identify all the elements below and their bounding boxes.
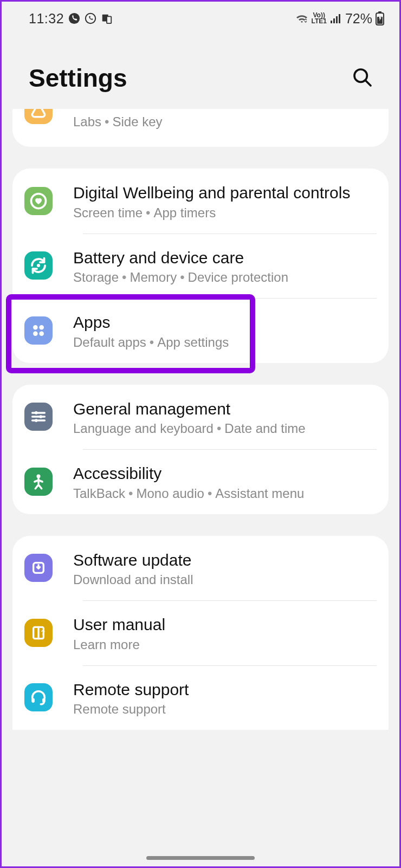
settings-item-subtitle: Screen time•App timers: [73, 205, 377, 221]
settings-item-digital-wellbeing[interactable]: Digital Wellbeing and parental controlsS…: [12, 169, 389, 234]
search-button[interactable]: [350, 64, 376, 92]
settings-item-text: Remote supportRemote support: [73, 678, 377, 717]
settings-item-subtitle: Language and keyboard•Date and time: [73, 421, 377, 436]
battery-icon: [376, 11, 384, 25]
svg-point-16: [33, 325, 38, 330]
settings-item-software-update[interactable]: Software updateDownload and install: [12, 536, 389, 601]
headset-icon: [24, 683, 53, 711]
status-bar: 11:32 Vo)) LTE1 72%: [2, 2, 399, 31]
settings-item-title: Battery and device care: [73, 248, 377, 268]
settings-item-text: AppsDefault apps•App settings: [73, 311, 377, 350]
svg-point-23: [35, 411, 38, 414]
settings-group-care: Digital Wellbeing and parental controlsS…: [12, 169, 389, 363]
search-icon: [352, 82, 373, 90]
svg-rect-7: [339, 14, 340, 23]
settings-item-subtitle: Storage•Memory•Device protection: [73, 270, 377, 285]
settings-item-subtitle: Remote support: [73, 702, 377, 717]
settings-item-text: Digital Wellbeing and parental controlsS…: [73, 182, 377, 221]
settings-item-text: AccessibilityTalkBack•Mono audio•Assista…: [73, 462, 377, 501]
settings-item-title: Remote support: [73, 679, 377, 700]
settings-item-user-manual[interactable]: ?User manualLearn more: [12, 600, 389, 665]
settings-item-apps[interactable]: AppsDefault apps•App settings: [12, 298, 389, 363]
svg-rect-3: [107, 16, 111, 23]
settings-item-text: User manualLearn more: [73, 613, 377, 652]
svg-text:?: ?: [41, 629, 45, 637]
svg-rect-5: [333, 18, 335, 23]
status-right: Vo)) LTE1 72%: [295, 11, 385, 27]
status-time: 11:32: [29, 11, 64, 27]
sliders-icon: [24, 403, 53, 431]
svg-point-25: [35, 419, 38, 423]
settings-item-subtitle: Download and install: [73, 572, 377, 587]
book-q-icon: ?: [24, 619, 53, 647]
settings-group-general: General managementLanguage and keyboard•…: [12, 385, 389, 514]
settings-item-text: Battery and device careStorage•Memory•De…: [73, 247, 377, 286]
settings-group-about: Software updateDownload and install?User…: [12, 536, 389, 730]
settings-item-subtitle: TalkBack•Mono audio•Assistant menu: [73, 486, 377, 501]
refresh-power-icon: [24, 251, 53, 280]
home-indicator[interactable]: [146, 856, 255, 860]
settings-item-advanced-features[interactable]: Labs•Side key: [12, 109, 389, 147]
settings-item-title: Apps: [73, 312, 377, 333]
apps-grid-icon: [24, 316, 53, 345]
settings-item-general-management[interactable]: General managementLanguage and keyboard•…: [12, 385, 389, 450]
lte-indicator: Vo)) LTE1: [312, 12, 327, 24]
settings-item-subtitle: Learn more: [73, 637, 377, 652]
svg-line-12: [365, 80, 371, 86]
svg-point-15: [37, 264, 40, 267]
page-title: Settings: [29, 63, 127, 93]
heart-target-icon: [24, 187, 53, 215]
svg-point-24: [39, 415, 42, 418]
wifi-icon: [295, 13, 308, 24]
svg-rect-4: [331, 21, 332, 23]
svg-rect-31: [31, 698, 35, 703]
settings-item-title: Digital Wellbeing and parental controls: [73, 183, 377, 203]
svg-rect-6: [336, 16, 338, 23]
svg-point-17: [39, 325, 44, 330]
settings-item-text: Labs•Side key: [73, 109, 377, 129]
flask-icon: [24, 109, 53, 124]
svg-point-19: [39, 331, 44, 336]
settings-header: Settings: [2, 31, 399, 109]
settings-item-subtitle: Default apps•App settings: [73, 335, 377, 350]
download-sq-icon: [24, 554, 53, 582]
settings-item-title: User manual: [73, 614, 377, 635]
devices-icon: [101, 12, 113, 24]
person-icon: [24, 468, 53, 496]
settings-group-adv: Labs•Side key: [12, 109, 389, 147]
settings-item-text: General managementLanguage and keyboard•…: [73, 398, 377, 437]
settings-item-remote-support[interactable]: Remote supportRemote support: [12, 665, 389, 730]
battery-percent: 72%: [345, 11, 372, 27]
whatsapp-icon: [85, 12, 96, 24]
settings-item-title: Software update: [73, 550, 377, 571]
status-left: 11:32: [29, 11, 113, 27]
svg-point-18: [33, 331, 38, 336]
settings-item-subtitle: Labs•Side key: [73, 114, 377, 129]
settings-item-accessibility[interactable]: AccessibilityTalkBack•Mono audio•Assista…: [12, 449, 389, 514]
signal-icon: [330, 13, 342, 24]
settings-item-title: Accessibility: [73, 463, 377, 484]
phone-icon: [68, 12, 80, 24]
settings-item-battery-device-care[interactable]: Battery and device careStorage•Memory•De…: [12, 234, 389, 299]
settings-item-title: General management: [73, 399, 377, 419]
settings-item-text: Software updateDownload and install: [73, 549, 377, 588]
